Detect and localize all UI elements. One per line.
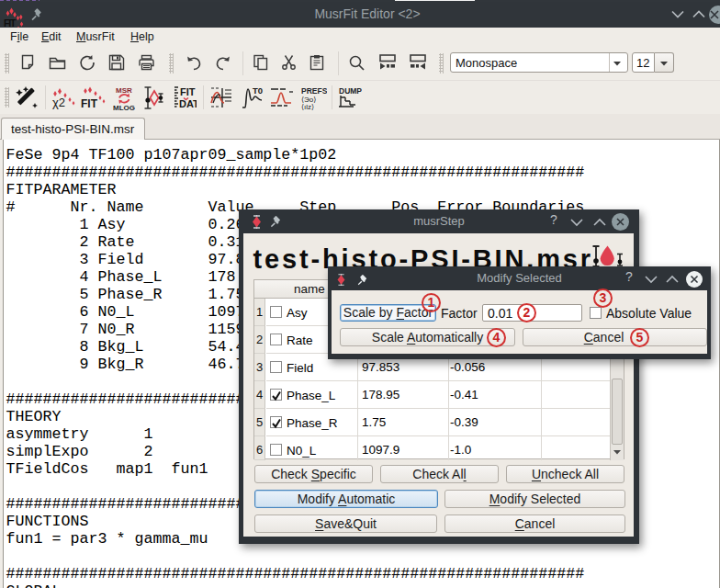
svg-text:FIT: FIT (81, 97, 98, 110)
svg-text:⟨ılz⟩: ⟨ılz⟩ (301, 103, 314, 110)
svg-text:χ2: χ2 (52, 96, 65, 109)
svg-text:PREFS: PREFS (301, 86, 327, 96)
svg-text:T0: T0 (253, 85, 263, 96)
svg-text:MSR: MSR (116, 86, 132, 95)
svg-text:DAT: DAT (179, 98, 197, 109)
svg-text:FIT: FIT (180, 86, 196, 97)
svg-text:DUMP: DUMP (339, 86, 362, 96)
svg-text:MLOG: MLOG (113, 104, 135, 110)
